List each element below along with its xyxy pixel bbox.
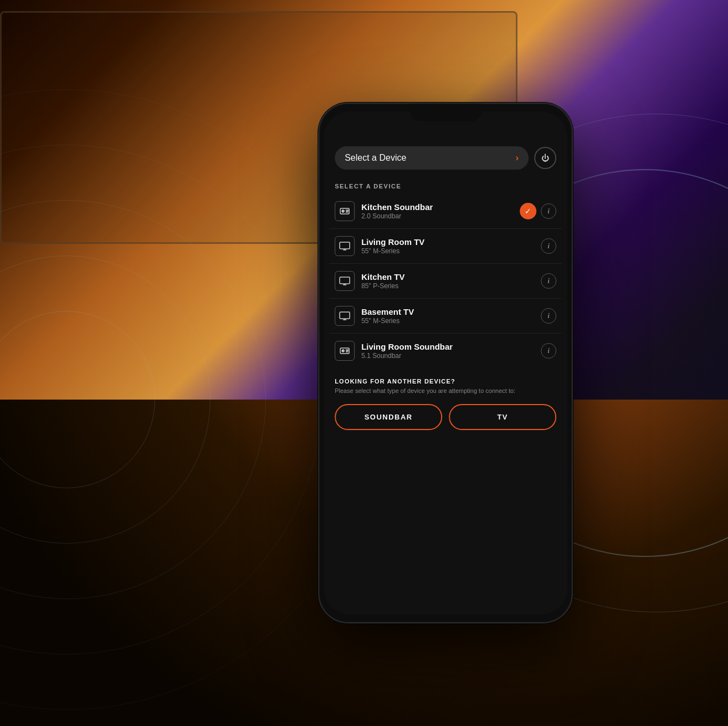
power-button[interactable]: ⏻: [534, 147, 556, 169]
screen-content: Select a Device › ⏻ SELECT A DEVICE: [324, 111, 567, 615]
kitchen-tv-info: Kitchen TV 85" P-Series: [361, 272, 534, 290]
living-room-tv-info: Living Room TV 55" M-Series: [361, 237, 534, 255]
tv-icon-3: [335, 306, 355, 326]
living-room-soundbar-info: Living Room Soundbar 5.1 Soundbar: [361, 342, 534, 360]
device-item-basement-tv[interactable]: Basement TV 55" M-Series i: [329, 299, 562, 334]
basement-tv-name: Basement TV: [361, 307, 534, 316]
select-device-pill[interactable]: Select a Device ›: [335, 146, 529, 170]
info-icon-kitchen-tv[interactable]: i: [541, 273, 556, 289]
looking-title: LOOKING FOR ANOTHER DEVICE?: [335, 378, 556, 385]
living-room-tv-subtitle: 55" M-Series: [361, 247, 534, 255]
chevron-right-icon: ›: [516, 153, 519, 163]
basement-tv-info: Basement TV 55" M-Series: [361, 307, 534, 325]
device-list: Kitchen Soundbar 2.0 Soundbar ✓ i: [324, 194, 567, 368]
kitchen-tv-actions: i: [541, 273, 556, 289]
soundbar-icon: [335, 201, 355, 221]
kitchen-soundbar-subtitle: 2.0 Soundbar: [361, 212, 513, 220]
info-icon-living-room-soundbar[interactable]: i: [541, 343, 556, 359]
phone-screen: Select a Device › ⏻ SELECT A DEVICE: [324, 111, 567, 615]
tv-icon-2: [335, 271, 355, 291]
phone: Select a Device › ⏻ SELECT A DEVICE: [318, 103, 573, 623]
section-title: SELECT A DEVICE: [324, 183, 567, 190]
svg-point-2: [343, 211, 344, 212]
living-room-soundbar-name: Living Room Soundbar: [361, 342, 534, 351]
living-room-tv-actions: i: [541, 238, 556, 254]
header-select-label: Select a Device: [345, 153, 406, 163]
svg-rect-12: [340, 312, 350, 319]
phone-wrapper: Select a Device › ⏻ SELECT A DEVICE: [318, 103, 573, 623]
header-bar: Select a Device › ⏻: [324, 142, 567, 174]
info-icon-kitchen-soundbar[interactable]: i: [541, 203, 556, 219]
living-room-soundbar-subtitle: 5.1 Soundbar: [361, 352, 534, 360]
device-type-buttons: SOUNDBAR TV: [335, 404, 556, 430]
selected-check-icon: ✓: [520, 203, 536, 219]
svg-rect-6: [340, 242, 350, 249]
living-room-tv-name: Living Room TV: [361, 237, 534, 247]
svg-rect-9: [340, 277, 350, 284]
device-item-kitchen-tv[interactable]: Kitchen TV 85" P-Series i: [329, 264, 562, 299]
kitchen-soundbar-info: Kitchen Soundbar 2.0 Soundbar: [361, 202, 513, 220]
power-icon: ⏻: [541, 154, 549, 162]
tv-button[interactable]: TV: [449, 404, 556, 430]
kitchen-tv-name: Kitchen TV: [361, 272, 534, 282]
notch: [409, 104, 481, 121]
kitchen-tv-subtitle: 85" P-Series: [361, 282, 534, 290]
svg-point-17: [343, 351, 344, 351]
tv-icon-1: [335, 236, 355, 256]
basement-tv-actions: i: [541, 308, 556, 324]
looking-section: LOOKING FOR ANOTHER DEVICE? Please selec…: [324, 368, 567, 437]
living-room-soundbar-actions: i: [541, 343, 556, 359]
info-icon-living-room-tv[interactable]: i: [541, 238, 556, 254]
kitchen-soundbar-actions: ✓ i: [520, 203, 556, 219]
looking-subtitle: Please select what type of device you ar…: [335, 387, 556, 395]
soundbar-icon-2: [335, 341, 355, 361]
device-item-living-room-tv[interactable]: Living Room TV 55" M-Series i: [329, 229, 562, 264]
soundbar-button[interactable]: SOUNDBAR: [335, 404, 442, 430]
info-icon-basement-tv[interactable]: i: [541, 308, 556, 324]
device-item-kitchen-soundbar[interactable]: Kitchen Soundbar 2.0 Soundbar ✓ i: [329, 194, 562, 229]
kitchen-soundbar-name: Kitchen Soundbar: [361, 202, 513, 212]
basement-tv-subtitle: 55" M-Series: [361, 317, 534, 325]
device-item-living-room-soundbar[interactable]: Living Room Soundbar 5.1 Soundbar i: [329, 334, 562, 368]
